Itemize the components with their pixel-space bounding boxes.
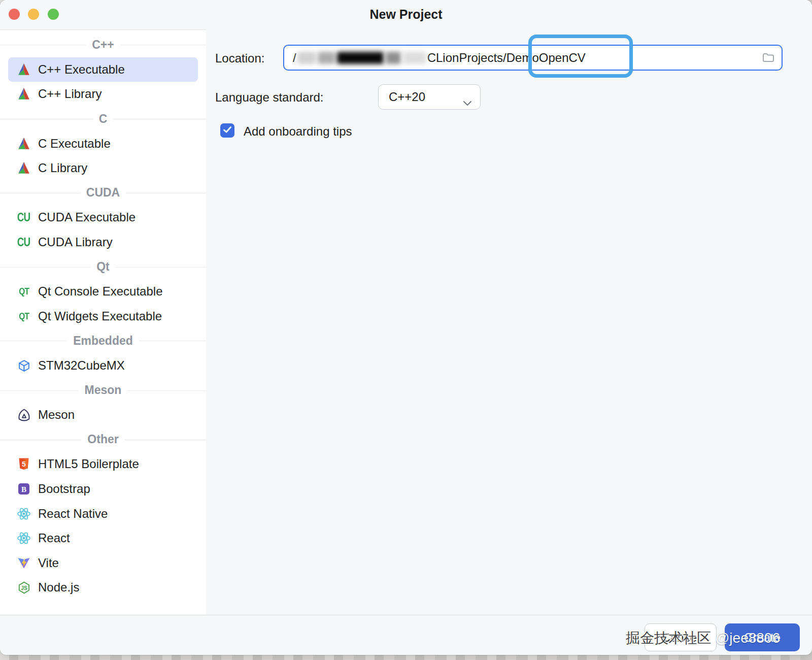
sidebar-section-header-meson: Meson (0, 378, 206, 403)
cuda-icon: CU (17, 235, 31, 249)
cmake-icon (17, 87, 31, 101)
add-onboarding-tips-label: Add onboarding tips (244, 124, 352, 139)
svg-text:B: B (21, 485, 26, 493)
sidebar-item-label: Bootstrap (38, 482, 90, 496)
sidebar-item-c-library[interactable]: C++ Library (8, 82, 198, 107)
sidebar-item-label: Qt Console Executable (38, 284, 162, 299)
qt-icon: QT (17, 309, 31, 323)
window-title: New Project (0, 7, 812, 22)
location-project-name: DemoOpenCV (506, 51, 586, 65)
sidebar-section-header-embedded: Embedded (0, 328, 206, 353)
sidebar-item-node-js[interactable]: JSNode.js (8, 575, 198, 600)
sidebar-item-meson[interactable]: Meson (8, 403, 198, 427)
react-icon (17, 531, 31, 545)
cancel-button[interactable]: Cancel (645, 623, 717, 651)
sidebar-item-react[interactable]: React (8, 526, 198, 551)
redacted-path-blur (297, 52, 316, 64)
sidebar-item-label: Meson (38, 408, 75, 422)
language-standard-label: Language standard: (215, 90, 324, 105)
sidebar-item-c-executable[interactable]: C++ Executable (8, 57, 198, 82)
redacted-path-blur (318, 52, 335, 64)
svg-text:JS: JS (21, 585, 27, 591)
sidebar-item-qt-console-executable[interactable]: QTQt Console Executable (8, 279, 198, 304)
sidebar-item-c-executable[interactable]: C Executable (8, 131, 198, 156)
sidebar-item-label: STM32CubeMX (38, 358, 125, 373)
sidebar-item-bootstrap[interactable]: BBootstrap (8, 477, 198, 502)
section-label: C (93, 112, 114, 126)
sidebar-item-vite[interactable]: Vite (8, 550, 198, 575)
redacted-path-blur (337, 52, 384, 64)
location-input[interactable]: / CLionProjects/ DemoOpenCV (283, 45, 783, 71)
sidebar-section-header-qt: Qt (0, 254, 206, 279)
language-standard-select[interactable]: C++20 (378, 84, 481, 110)
meson-icon (17, 408, 31, 422)
bootstrap-icon: B (17, 482, 31, 496)
location-label: Location: (215, 51, 264, 65)
sidebar-section-header-cuda: CUDA (0, 181, 206, 206)
sidebar-item-label: Vite (38, 556, 59, 570)
sidebar-item-react-native[interactable]: React Native (8, 501, 198, 526)
section-label: Qt (90, 260, 116, 274)
footer-divider (0, 615, 812, 615)
sidebar-item-html5-boilerplate[interactable]: 5HTML5 Boilerplate (8, 452, 198, 477)
sidebar-item-label: C++ Executable (38, 62, 125, 77)
sidebar-section-header-other: Other (0, 427, 206, 452)
redacted-path-blur (386, 52, 401, 64)
cuda-icon: CU (17, 210, 31, 224)
sidebar-item-label: CUDA Library (38, 235, 113, 249)
location-path-visible: CLionProjects/ (427, 51, 506, 65)
section-label: Meson (79, 383, 128, 397)
sidebar-item-label: Node.js (38, 580, 79, 595)
cmake-icon (17, 62, 31, 77)
html5-icon: 5 (17, 457, 31, 471)
browse-folder-icon[interactable] (761, 50, 775, 64)
sidebar-item-label: HTML5 Boilerplate (38, 457, 139, 471)
sidebar-item-cuda-executable[interactable]: CUCUDA Executable (8, 205, 198, 230)
sidebar-item-label: Qt Widgets Executable (38, 309, 162, 323)
section-label: Other (81, 433, 124, 446)
svg-text:5: 5 (22, 460, 26, 468)
sidebar-section-header-c: C++ (0, 32, 206, 57)
react-icon (17, 507, 31, 521)
section-label: C++ (86, 38, 120, 52)
sidebar-item-label: CUDA Executable (38, 210, 136, 224)
sidebar-item-cuda-library[interactable]: CUCUDA Library (8, 230, 198, 255)
sidebar-item-label: C Library (38, 161, 87, 175)
section-label: CUDA (80, 186, 126, 200)
cancel-button-label: Cancel (662, 631, 700, 645)
section-label: Embedded (67, 334, 139, 348)
create-button[interactable]: Create (725, 623, 800, 651)
create-button-label: Create (744, 631, 781, 645)
redacted-path-blur (403, 52, 426, 64)
project-type-sidebar: C++C++ ExecutableC++ LibraryCC Executabl… (0, 29, 206, 615)
sidebar-section-header-c: C (0, 107, 206, 131)
location-path-prefix: / (293, 51, 296, 65)
sidebar-item-qt-widgets-executable[interactable]: QTQt Widgets Executable (8, 304, 198, 329)
sidebar-item-stm32cubemx[interactable]: STM32CubeMX (8, 353, 198, 378)
cmake-icon (17, 137, 31, 151)
stm32cubemx-icon (17, 358, 31, 373)
vite-icon (17, 556, 31, 570)
nodejs-icon: JS (17, 580, 31, 595)
cmake-icon (17, 161, 31, 175)
sidebar-item-label: C++ Library (38, 87, 101, 101)
language-standard-value: C++20 (389, 90, 425, 104)
new-project-dialog: New Project C++C++ ExecutableC++ Library… (0, 0, 812, 655)
add-onboarding-tips-checkbox[interactable] (220, 123, 234, 138)
sidebar-item-label: C Executable (38, 137, 111, 151)
sidebar-item-label: React (38, 531, 70, 545)
sidebar-item-label: React Native (38, 507, 108, 521)
chevron-down-icon (463, 95, 472, 109)
checkmark-icon (223, 126, 232, 136)
qt-icon: QT (17, 284, 31, 299)
sidebar-item-c-library[interactable]: C Library (8, 156, 198, 181)
title-bar: New Project (0, 0, 812, 29)
